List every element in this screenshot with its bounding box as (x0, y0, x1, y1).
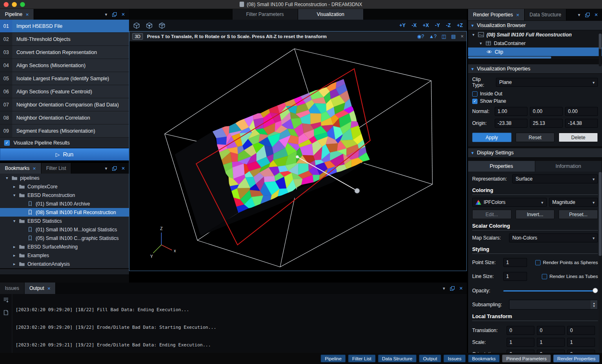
undock-panel-icon[interactable] (585, 13, 590, 17)
chevron-down-icon[interactable]: ▾ (5, 176, 9, 180)
tree-item[interactable]: ▸ Examples (0, 251, 129, 260)
tree-item[interactable]: (05) Small IN100 C...graphic Statistics (0, 234, 129, 242)
scale-y-field[interactable] (537, 338, 565, 347)
close-window-button[interactable] (4, 2, 9, 7)
tab-filter-list[interactable]: Filter List (41, 163, 72, 174)
pipeline-item[interactable]: 03 Convert Orientation Representation (0, 46, 129, 59)
browser-item-clip[interactable]: Clip (468, 47, 602, 56)
opacity-slider[interactable] (503, 287, 598, 295)
tab-filter-parameters[interactable]: Filter Parameters (233, 9, 298, 20)
3d-viewport[interactable]: ZxY (129, 41, 466, 271)
normal-x-field[interactable] (495, 107, 527, 116)
reset-camera-icon[interactable] (133, 22, 140, 29)
tab-close-icon[interactable]: × (48, 286, 51, 291)
pipeline-item[interactable]: 04 Align Sections (Misorientation) (0, 59, 129, 72)
tab-display-properties[interactable]: Properties (468, 161, 535, 172)
tree-item[interactable]: ▸ EBSD SurfaceMeshing (0, 242, 129, 251)
camera-plus-x-button[interactable]: +X (423, 23, 429, 28)
minimize-window-button[interactable] (12, 2, 17, 7)
tree-item[interactable]: ▸ ComplexCore (0, 182, 129, 191)
close-view-icon[interactable]: × (461, 34, 464, 39)
panel-menu-icon[interactable]: ▾ (443, 286, 445, 291)
panel-menu-icon[interactable]: ▾ (105, 12, 107, 17)
tab-close-icon[interactable]: × (516, 12, 519, 18)
translation-y-field[interactable] (537, 326, 565, 335)
tree-item[interactable]: ▾ pipelines (0, 174, 129, 182)
visualize-results-checkbox[interactable]: ✓ (4, 140, 10, 146)
browser-item-pipeline[interactable]: ▾ (08) Small IN100 Full Reconstruction (468, 30, 602, 39)
origin-z-field[interactable] (565, 119, 598, 128)
close-panel-icon[interactable]: × (595, 11, 598, 18)
tab-close-icon[interactable]: × (26, 12, 29, 17)
chevron-right-icon[interactable]: ▸ (12, 184, 16, 189)
tree-item[interactable]: (08) Small IN100 Full Reconstruction (0, 208, 129, 217)
origin-y-field[interactable] (530, 119, 563, 128)
close-panel-icon[interactable]: × (122, 11, 125, 18)
spin-up-icon[interactable]: ▲ (593, 302, 595, 305)
display-settings-header[interactable]: ▾ Display Settings (468, 148, 602, 158)
snap-view-icon[interactable] (146, 22, 153, 29)
line-size-field[interactable] (503, 272, 527, 281)
show-plane-checkbox[interactable]: ✓ (472, 99, 478, 104)
render-lines-as-tubes-checkbox[interactable] (542, 274, 547, 279)
copy-log-icon[interactable] (3, 310, 9, 317)
split-vertical-icon[interactable]: ◫ (441, 34, 446, 39)
render-points-as-spheres-checkbox[interactable] (535, 260, 541, 265)
preset-colormap-button[interactable]: Preset... (559, 210, 598, 219)
camera-minus-y-button[interactable]: -Y (435, 23, 440, 28)
inside-out-checkbox[interactable] (472, 91, 478, 97)
close-panel-icon[interactable]: × (459, 285, 463, 292)
camera-plus-z-button[interactable]: +Z (457, 23, 463, 28)
visualization-properties-header[interactable]: ▾ Visualization Properties (468, 64, 602, 74)
tab-close-icon[interactable]: × (33, 166, 36, 171)
toggle-filter-list-button[interactable]: Filter List (348, 355, 376, 362)
color-array-dropdown[interactable]: IPFColors ▾ (472, 198, 547, 207)
apply-button[interactable]: Apply (472, 133, 511, 142)
panel-menu-icon[interactable]: ▾ (578, 12, 580, 18)
camera-minus-x-button[interactable]: -X (412, 23, 416, 28)
ebsd-render[interactable]: ZxY (129, 41, 466, 271)
tab-bookmarks[interactable]: Bookmarks × (0, 163, 41, 174)
toggle-output-button[interactable]: Output (419, 355, 441, 362)
reset-button[interactable]: Reset (516, 133, 555, 142)
undock-panel-icon[interactable] (450, 286, 455, 291)
chevron-right-icon[interactable]: ▸ (12, 253, 16, 258)
panel-menu-icon[interactable]: ▾ (105, 166, 107, 171)
normal-y-field[interactable] (530, 107, 563, 116)
undock-panel-icon[interactable] (112, 166, 117, 171)
edit-colormap-button[interactable]: Edit... (472, 210, 511, 219)
tab-issues[interactable]: Issues (0, 283, 25, 294)
pipeline-item[interactable]: 06 Align Sections (Feature Centroid) (0, 85, 129, 98)
chevron-down-icon[interactable]: ▾ (12, 219, 16, 223)
delete-button[interactable]: Delete (559, 133, 598, 142)
visualization-browser-header[interactable]: ▾ Visualization Browser (468, 20, 602, 30)
close-panel-icon[interactable]: × (122, 165, 125, 172)
axes-help-icon[interactable]: ◉? (417, 34, 424, 39)
pipeline-item[interactable]: 05 Isolate Largest Feature (Identify Sam… (0, 72, 129, 85)
toggle-data-structure-button[interactable]: Data Structure (378, 355, 416, 362)
scale-x-field[interactable] (507, 338, 534, 347)
undock-panel-icon[interactable] (112, 12, 117, 17)
scale-z-field[interactable] (567, 338, 595, 347)
chevron-down-icon[interactable]: ▾ (12, 193, 16, 197)
horizontal-scrollbar[interactable] (0, 269, 129, 274)
pipeline-item[interactable]: 09 Segment Features (Misorientation) (0, 124, 129, 138)
representation-dropdown[interactable]: Surface ▾ (512, 174, 598, 183)
tree-item[interactable]: (01) Small IN100 Archive (0, 199, 129, 208)
tab-display-information[interactable]: Information (535, 161, 602, 172)
invert-colormap-button[interactable]: Invert... (516, 210, 555, 219)
camera-help-icon[interactable]: ▲? (429, 34, 437, 39)
toggle-issues-button[interactable]: Issues (444, 355, 465, 362)
toggle-pipeline-button[interactable]: Pipeline (321, 355, 346, 362)
toggle-pinned-parameters-button[interactable]: Pinned Parameters (502, 355, 550, 362)
orientation-z-field[interactable] (567, 350, 595, 353)
tab-visualization[interactable]: Visualization (298, 9, 364, 20)
browser-scrollbar[interactable] (599, 33, 602, 66)
tree-item[interactable]: ▾ EBSD Statistics (0, 217, 129, 225)
pipeline-item[interactable]: 07 Neighbor Orientation Comparison (Bad … (0, 98, 129, 111)
translation-x-field[interactable] (507, 326, 534, 335)
zoom-window-button[interactable] (20, 2, 25, 7)
3d-mode-badge[interactable]: 3D (132, 33, 143, 40)
eye-icon[interactable] (486, 49, 492, 54)
subsampling-stepper[interactable]: ▲ ▼ (509, 300, 598, 310)
